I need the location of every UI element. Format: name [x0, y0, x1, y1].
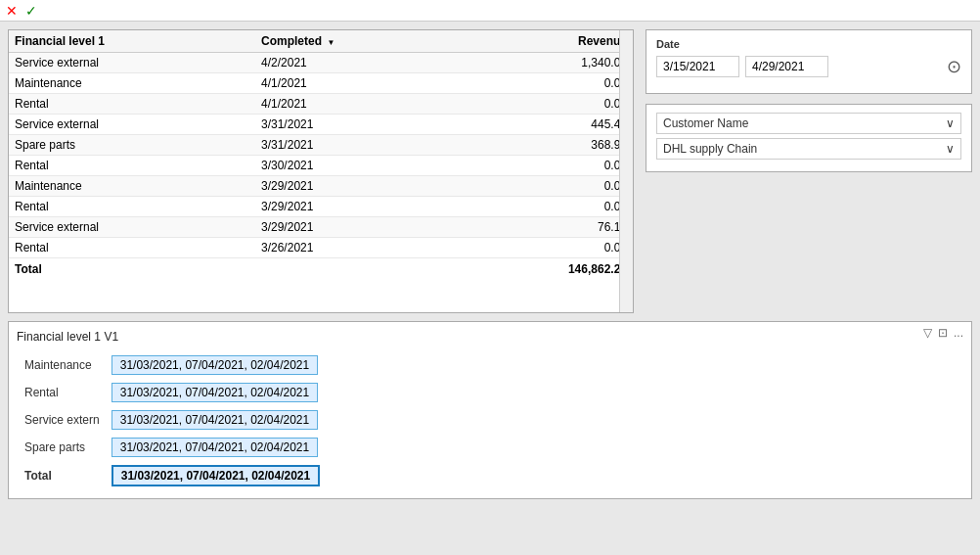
table-row: Rental 3/30/2021 0.00: [9, 156, 633, 176]
table-total-row: Total 146,862.26: [9, 258, 633, 281]
customer-name-label: Customer Name: [663, 116, 748, 130]
total-completed: [255, 258, 462, 281]
cell-level: Maintenance: [9, 176, 255, 197]
bottom-toolbar: ▽ ⊡ ...: [923, 326, 963, 340]
table-panel: Financial level 1 Completed ▼ Revenue Se…: [8, 29, 634, 313]
cell-revenue: 0.00: [462, 176, 633, 197]
chevron-down-icon-2: ∨: [946, 142, 955, 156]
table-row: Rental 3/26/2021 0.00: [9, 238, 633, 258]
cell-revenue: 0.00: [462, 94, 633, 115]
bottom-table-row: Service extern 31/03/2021, 07/04/2021, 0…: [17, 406, 328, 434]
cell-revenue: 1,340.00: [462, 53, 633, 73]
customer-value-dropdown[interactable]: DHL supply Chain ∨: [656, 138, 961, 160]
cell-completed: 3/29/2021: [255, 176, 462, 197]
bottom-total-row: Total 31/03/2021, 07/04/2021, 02/04/2021: [17, 461, 328, 490]
bottom-cell-dates: 31/03/2021, 07/04/2021, 02/04/2021: [104, 351, 329, 379]
cell-revenue: 445.49: [462, 115, 633, 135]
table-row: Service external 4/2/2021 1,340.00: [9, 53, 633, 73]
bottom-total-dates: 31/03/2021, 07/04/2021, 02/04/2021: [104, 461, 329, 490]
dates-selected: 31/03/2021, 07/04/2021, 02/04/2021: [111, 355, 319, 375]
date-row: ⊙: [656, 56, 961, 77]
cell-level: Rental: [9, 197, 255, 217]
cell-level: Service external: [9, 217, 255, 238]
table-row: Rental 3/29/2021 0.00: [9, 197, 633, 217]
bottom-table-row: Spare parts 31/03/2021, 07/04/2021, 02/0…: [17, 434, 328, 461]
bottom-cell-label: Service extern: [17, 406, 104, 434]
cell-level: Spare parts: [9, 135, 255, 156]
date-to-input[interactable]: [745, 56, 828, 77]
col-revenue: Revenue: [462, 30, 633, 53]
revenue-table: Financial level 1 Completed ▼ Revenue Se…: [9, 30, 633, 280]
scrollbar[interactable]: [619, 30, 633, 312]
cell-level: Service external: [9, 115, 255, 135]
cell-completed: 3/29/2021: [255, 217, 462, 238]
bottom-cell-dates: 31/03/2021, 07/04/2021, 02/04/2021: [104, 406, 329, 434]
cell-completed: 3/31/2021: [255, 115, 462, 135]
cell-revenue: 0.00: [462, 156, 633, 176]
col-completed[interactable]: Completed ▼: [255, 30, 462, 53]
table-row: Service external 3/31/2021 445.49: [9, 115, 633, 135]
dates-selected: 31/03/2021, 07/04/2021, 02/04/2021: [111, 410, 319, 430]
cell-level: Rental: [9, 238, 255, 258]
cell-level: Rental: [9, 94, 255, 115]
bottom-table-row: Maintenance 31/03/2021, 07/04/2021, 02/0…: [17, 351, 328, 379]
filter-toolbar-icon[interactable]: ▽: [923, 326, 932, 340]
cell-revenue: 0.00: [462, 197, 633, 217]
cell-revenue: 0.00: [462, 73, 633, 94]
cell-revenue: 0.00: [462, 238, 633, 258]
date-toggle-icon[interactable]: ⊙: [947, 56, 961, 77]
bottom-cell-dates: 31/03/2021, 07/04/2021, 02/04/2021: [104, 379, 329, 406]
cell-completed: 3/31/2021: [255, 135, 462, 156]
total-revenue: 146,862.26: [462, 258, 633, 281]
chevron-down-icon: ∨: [946, 116, 955, 130]
bottom-panel-title: Financial level 1 V1: [17, 330, 963, 344]
cancel-icon[interactable]: ✕: [6, 3, 18, 19]
cell-revenue: 76.17: [462, 217, 633, 238]
cell-completed: 3/30/2021: [255, 156, 462, 176]
layout-toolbar-icon[interactable]: ⊡: [938, 326, 948, 340]
customer-selected-value: DHL supply Chain: [663, 142, 757, 156]
cell-level: Maintenance: [9, 73, 255, 94]
date-from-input[interactable]: [656, 56, 739, 77]
cell-level: Service external: [9, 53, 255, 73]
right-panel: Date ⊙ Customer Name ∨ DHL supply Chain …: [646, 29, 972, 313]
total-label: Total: [9, 258, 255, 281]
dates-selected: 31/03/2021, 07/04/2021, 02/04/2021: [111, 383, 319, 402]
bottom-table-row: Rental 31/03/2021, 07/04/2021, 02/04/202…: [17, 379, 328, 406]
confirm-icon[interactable]: ✓: [25, 3, 37, 19]
total-selected-dates: 31/03/2021, 07/04/2021, 02/04/2021: [111, 465, 321, 486]
table-row: Spare parts 3/31/2021 368.90: [9, 135, 633, 156]
date-filter-box: Date ⊙: [646, 29, 972, 94]
cell-completed: 4/1/2021: [255, 94, 462, 115]
table-row: Rental 4/1/2021 0.00: [9, 94, 633, 115]
customer-filter-box: Customer Name ∨ DHL supply Chain ∨: [646, 104, 972, 172]
sort-arrow-icon: ▼: [327, 38, 334, 47]
cell-completed: 3/29/2021: [255, 197, 462, 217]
col-financial-level: Financial level 1: [9, 30, 255, 53]
date-filter-label: Date: [656, 38, 961, 50]
table-row: Service external 3/29/2021 76.17: [9, 217, 633, 238]
table-row: Maintenance 3/29/2021 0.00: [9, 176, 633, 197]
bottom-total-label: Total: [17, 461, 104, 490]
dates-selected: 31/03/2021, 07/04/2021, 02/04/2021: [111, 438, 319, 457]
main-container: Financial level 1 Completed ▼ Revenue Se…: [0, 22, 980, 555]
customer-name-dropdown[interactable]: Customer Name ∨: [656, 113, 961, 134]
bottom-cell-label: Spare parts: [17, 434, 104, 461]
bottom-cell-label: Rental: [17, 379, 104, 406]
bottom-table: Maintenance 31/03/2021, 07/04/2021, 02/0…: [17, 351, 328, 490]
bottom-cell-dates: 31/03/2021, 07/04/2021, 02/04/2021: [104, 434, 329, 461]
cell-revenue: 368.90: [462, 135, 633, 156]
bottom-section: ▽ ⊡ ... Financial level 1 V1 Maintenance…: [8, 321, 972, 499]
top-section: Financial level 1 Completed ▼ Revenue Se…: [8, 29, 972, 313]
cell-completed: 4/2/2021: [255, 53, 462, 73]
more-toolbar-icon[interactable]: ...: [954, 326, 963, 340]
bottom-cell-label: Maintenance: [17, 351, 104, 379]
cell-level: Rental: [9, 156, 255, 176]
table-row: Maintenance 4/1/2021 0.00: [9, 73, 633, 94]
formula-bar: ✕ ✓: [0, 0, 980, 22]
cell-completed: 3/26/2021: [255, 238, 462, 258]
cell-completed: 4/1/2021: [255, 73, 462, 94]
